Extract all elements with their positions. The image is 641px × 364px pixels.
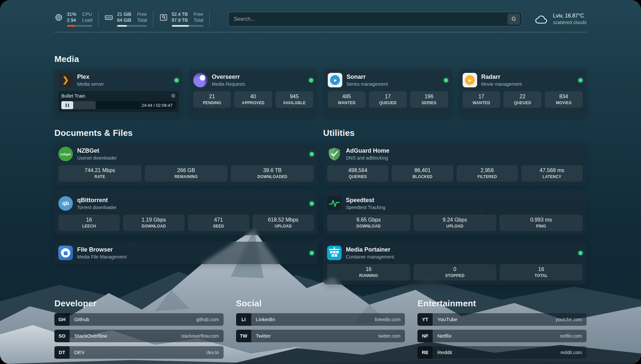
bookmark-url: dev.to	[207, 350, 219, 355]
app-link-portainer[interactable]: Media Portainer Container management	[327, 246, 583, 260]
ram-progress-track	[117, 25, 147, 27]
app-link-filebrowser[interactable]: ▦ File Browser Media File Management	[58, 246, 314, 260]
bookmark-url: reddit.com	[561, 350, 582, 355]
status-dot-online	[310, 152, 314, 156]
app-name: Sonarr	[347, 74, 388, 80]
app-link-radarr[interactable]: ▸ Radarr Movie management	[463, 73, 583, 87]
disk-progress-fill	[172, 25, 189, 27]
app-name: Overseerr	[212, 74, 245, 80]
bookmark-name: YouTube	[437, 317, 457, 322]
app-subtitle: Speedtest Tracking	[346, 205, 385, 210]
card-qbittorrent: qb qBittorrent Torrent downloader 16 LEE…	[54, 192, 318, 235]
card-portainer: Media Portainer Container management 16 …	[323, 242, 587, 285]
bookmark-netflix[interactable]: NF Netflix netflix.com	[417, 330, 587, 342]
nzbget-icon: nzbget	[58, 147, 73, 161]
bookmark-stackoverflow[interactable]: SO StackOverflow stackoverflow.com	[54, 330, 224, 342]
card-radarr: ▸ Radarr Movie management 17 WANTED	[459, 69, 587, 116]
stat-movies: 834 MOVIES	[545, 91, 583, 108]
weather-condition: scattered clouds	[553, 19, 587, 26]
app-name: Speedtest	[346, 197, 385, 204]
app-link-nzbget[interactable]: nzbget NZBGet Usenet downloader	[58, 147, 314, 161]
stat-approved: 40 APPROVED	[234, 91, 272, 108]
bookmark-github[interactable]: GH Github github.com	[54, 313, 224, 326]
cpu-label-load: Load	[82, 17, 92, 23]
bookmark-badge: YT	[417, 313, 433, 326]
bookmark-name: LinkedIn	[256, 317, 275, 322]
disk-total-label: Total	[194, 17, 203, 23]
ram-free-label: Free	[137, 11, 147, 17]
media-section-title: Media	[54, 54, 587, 64]
stat-total: 16 TOTAL	[500, 264, 583, 281]
app-subtitle: Usenet downloader	[77, 155, 117, 161]
stats-row: 9.65 Gbps DOWNLOAD 9.24 Gbps UPLOAD 0.99…	[327, 215, 583, 231]
section-documents: Documents & Files nzbget NZBGet Usenet d…	[54, 128, 318, 285]
stat-remaining: 266 GB REMAINING	[145, 165, 228, 182]
bookmark-url: netflix.com	[560, 333, 582, 339]
stat-rate: 744.21 Mbps RATE	[58, 165, 141, 182]
app-link-overseerr[interactable]: Overseerr Media Requests	[193, 73, 314, 87]
app-name: Plex	[77, 74, 104, 80]
playback-progress-bar[interactable]: 24:44 / 02:06:47	[61, 101, 176, 109]
card-nzbget: nzbget NZBGet Usenet downloader 744.21 M…	[54, 143, 318, 186]
app-link-qbittorrent[interactable]: qb qBittorrent Torrent downloader	[58, 196, 314, 211]
search-bar: G	[228, 12, 522, 26]
stat-seed: 471 SEED	[188, 215, 249, 231]
stats-row: 498,564 QUERIES 86,401 BLOCKED 2,956 FIL…	[327, 165, 583, 182]
weather-widget: Lviv, 16.87°C scattered clouds	[534, 12, 587, 25]
search-input[interactable]	[229, 16, 507, 22]
stat-pending: 21 PENDING	[193, 91, 231, 108]
app-link-sonarr[interactable]: ▸ Sonarr Series management	[328, 73, 448, 87]
stat-downloaded: 39.6 TB DOWNLOADED	[231, 165, 314, 182]
stats-row: 744.21 Mbps RATE 266 GB REMAINING 39.6 T…	[58, 165, 314, 182]
bookmark-name: Twitter	[256, 333, 271, 339]
section-developer: Developer GH Github github.com SO StackO…	[54, 298, 224, 359]
playback-progress-fill	[73, 101, 96, 109]
ram-widget: 21 GiB 64 GiB Free Total	[105, 11, 153, 27]
stat-wanted: 17 WANTED	[463, 91, 501, 108]
app-link-adguard[interactable]: AdGuard Home DNS and adblocking	[327, 147, 583, 161]
stat-blocked: 86,401 BLOCKED	[392, 165, 453, 182]
app-subtitle: Series management	[347, 81, 388, 87]
cpu-label: CPU	[82, 11, 92, 17]
playback-time: 24:44 / 02:06:47	[142, 103, 176, 108]
pause-icon[interactable]	[61, 101, 73, 109]
app-name: NZBGet	[77, 147, 117, 154]
ram-total-value: 64 GiB	[117, 17, 131, 23]
bookmark-youtube[interactable]: YT YouTube youtube.com	[417, 313, 587, 326]
card-overseerr: Overseerr Media Requests 21 PENDING 40 A…	[189, 69, 318, 116]
card-filebrowser: ▦ File Browser Media File Management	[54, 242, 318, 264]
card-speedtest: Speedtest Speedtest Tracking 9.65 Gbps D…	[323, 192, 587, 235]
app-link-plex[interactable]: ❯ Plex Media server	[58, 73, 179, 87]
stat-download: 9.65 Gbps DOWNLOAD	[327, 215, 410, 231]
stats-row: 16 LEECH 1.19 Gbps DOWNLOAD 471 SEED	[58, 215, 314, 231]
app-link-speedtest[interactable]: Speedtest Speedtest Tracking	[327, 196, 583, 211]
cpu-widget: 31% 2.94 CPU Load	[54, 11, 99, 27]
stat-upload: 9.24 Gbps UPLOAD	[413, 215, 497, 231]
app-subtitle: Media Requests	[212, 81, 245, 87]
bookmark-twitter[interactable]: TW Twitter twitter.com	[236, 330, 405, 342]
bookmark-name: Github	[74, 317, 89, 322]
status-dot-online	[444, 78, 448, 82]
status-dot-online	[310, 201, 314, 206]
status-dot-online	[578, 251, 583, 255]
portainer-crane-icon	[327, 246, 342, 260]
sonarr-icon: ▸	[328, 73, 342, 87]
bookmark-dev[interactable]: DT DEV dev.to	[54, 346, 224, 359]
status-dot-online	[578, 78, 583, 82]
filebrowser-icon: ▦	[58, 246, 73, 260]
topbar-divider	[54, 32, 587, 32]
section-social: Social LI LinkedIn linkedin.com TW Twitt…	[236, 298, 405, 359]
search-engine-button[interactable]: G	[507, 14, 520, 25]
section-media: Media ❯ Plex Media server Bullet Tr	[54, 54, 587, 116]
gear-icon[interactable]: ⚙	[171, 93, 175, 99]
speedtest-wave-icon	[327, 196, 342, 211]
app-name: AdGuard Home	[346, 147, 389, 154]
bookmark-name: StackOverflow	[74, 333, 107, 339]
bookmark-reddit[interactable]: RE Reddit reddit.com	[417, 346, 587, 359]
bookmark-linkedin[interactable]: LI LinkedIn linkedin.com	[236, 313, 405, 326]
stat-series: 196 SERIES	[410, 91, 448, 108]
app-subtitle: Torrent downloader	[77, 205, 117, 210]
bookmark-url: linkedin.com	[375, 317, 401, 322]
stats-row: 485 WANTED 17 QUEUED 196 SERIES	[328, 91, 448, 108]
plex-now-playing: Bullet Train ⚙ 24:44 / 02:06:47	[58, 91, 179, 112]
